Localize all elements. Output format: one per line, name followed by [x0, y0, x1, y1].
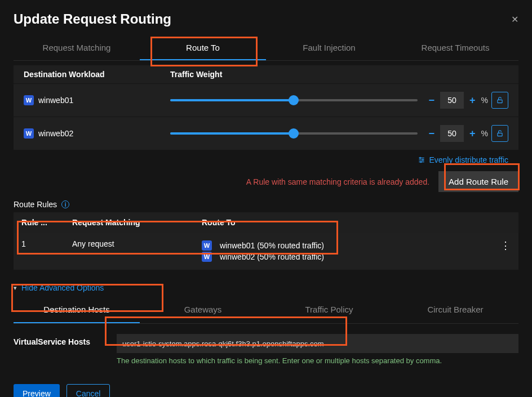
workload-name: winweb01: [38, 96, 73, 105]
workload-header: Destination Workload Traffic Weight: [14, 65, 518, 83]
close-icon[interactable]: ✕: [511, 14, 518, 25]
tab-fault-injection[interactable]: Fault Injection: [266, 36, 392, 60]
lock-button[interactable]: [491, 125, 508, 142]
main-tabs: Request Matching Route To Fault Injectio…: [14, 36, 518, 61]
percent-label: %: [481, 96, 488, 105]
route-line-text: winweb01 (50% routed traffic): [220, 241, 324, 250]
route-line-text: winweb02 (50% routed traffic): [220, 252, 324, 261]
col-rule-order: Rule ...: [14, 212, 64, 233]
tab-request-matching[interactable]: Request Matching: [14, 36, 140, 60]
table-row: 1 Any request Wwinweb01 (50% routed traf…: [14, 233, 518, 270]
tab-route-to[interactable]: Route To: [140, 36, 266, 60]
weight-input[interactable]: [440, 92, 464, 109]
weight-slider[interactable]: [170, 99, 418, 101]
increment-button[interactable]: +: [467, 95, 478, 106]
advanced-toggle-label: Hide Advanced Options: [21, 283, 104, 292]
evenly-distribute-label: Evenly distribute traffic: [429, 155, 508, 164]
workload-row: W winweb01 − + %: [14, 83, 518, 117]
tab-destination-hosts[interactable]: Destination Hosts: [14, 297, 140, 323]
route-rules-label: Route Rules: [14, 200, 57, 209]
workload-badge-icon: W: [202, 240, 212, 251]
weight-input[interactable]: [440, 125, 464, 142]
rule-route-to: Wwinweb01 (50% routed traffic) Wwinweb02…: [194, 233, 493, 270]
route-rules-table: Rule ... Request Matching Route To 1 Any…: [14, 212, 518, 270]
virtualservice-hosts-label: VirtualService Hosts: [14, 334, 107, 346]
evenly-distribute-link[interactable]: Evenly distribute traffic: [418, 155, 508, 164]
workload-badge-icon: W: [24, 95, 34, 105]
toggle-advanced-options[interactable]: ▾ Hide Advanced Options: [14, 270, 518, 297]
decrement-button[interactable]: −: [427, 128, 437, 140]
tab-circuit-breaker[interactable]: Circuit Breaker: [392, 297, 518, 323]
row-actions-kebab-icon[interactable]: ⋮: [493, 233, 518, 270]
svg-rect-1: [498, 133, 502, 136]
route-rules-heading: Route Rules i: [14, 200, 518, 209]
workload-badge-icon: W: [202, 252, 212, 262]
col-traffic-weight: Traffic Weight: [170, 70, 508, 79]
workload-row: W winweb02 − + %: [14, 117, 518, 150]
virtualservice-hosts-help: The destination hosts to which traffic i…: [117, 356, 518, 365]
tab-gateways[interactable]: Gateways: [140, 297, 266, 323]
duplicate-rule-warning: A Rule with same matching criteria is al…: [246, 177, 429, 186]
tab-request-timeouts[interactable]: Request Timeouts: [392, 36, 518, 60]
chevron-down-icon: ▾: [14, 284, 17, 292]
percent-label: %: [481, 129, 488, 138]
col-destination-workload: Destination Workload: [24, 70, 170, 79]
svg-point-5: [420, 157, 421, 158]
cancel-button[interactable]: Cancel: [66, 384, 110, 397]
sliders-icon: [418, 156, 425, 164]
svg-point-7: [420, 161, 422, 162]
preview-button[interactable]: Preview: [14, 384, 60, 397]
svg-point-6: [423, 159, 424, 160]
svg-rect-0: [498, 100, 502, 102]
modal-title: Update Request Routing: [14, 11, 171, 27]
col-route-to: Route To: [194, 212, 493, 233]
advanced-tabs: Destination Hosts Gateways Traffic Polic…: [14, 297, 518, 324]
weight-slider[interactable]: [170, 132, 418, 135]
decrement-button[interactable]: −: [427, 95, 437, 106]
add-route-rule-button[interactable]: Add Route Rule: [438, 171, 518, 192]
workload-badge-icon: W: [24, 128, 34, 139]
rule-order: 1: [14, 233, 64, 270]
tab-traffic-policy[interactable]: Traffic Policy: [266, 297, 392, 323]
increment-button[interactable]: +: [467, 128, 478, 140]
lock-button[interactable]: [491, 92, 508, 109]
rule-matching: Any request: [64, 233, 194, 270]
info-icon[interactable]: i: [61, 200, 69, 208]
col-request-matching: Request Matching: [64, 212, 194, 233]
workload-name: winweb02: [38, 129, 73, 138]
virtualservice-hosts-input[interactable]: [117, 334, 518, 353]
